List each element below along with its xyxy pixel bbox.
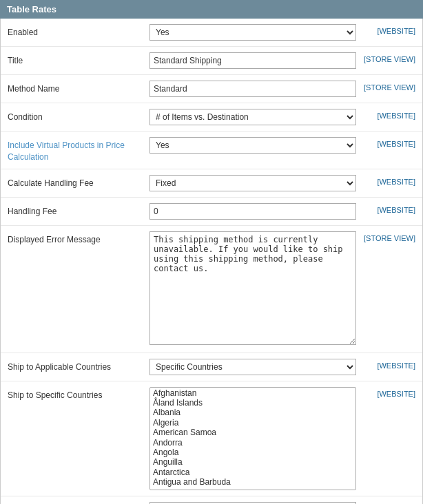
- control-calc-handling: Fixed Percent: [145, 175, 360, 191]
- control-include-virtual: Yes No: [145, 137, 360, 154]
- scope-condition: [WEBSITE]: [360, 109, 415, 120]
- label-error-message: Displayed Error Message: [8, 231, 145, 246]
- scope-error-message: [STORE VIEW]: [360, 231, 415, 242]
- label-ship-applicable: Ship to Applicable Countries: [8, 359, 145, 373]
- label-show-method: Show Method if Not Applicable: [8, 502, 145, 504]
- row-error-message: Displayed Error Message This shipping me…: [1, 226, 422, 353]
- label-condition: Condition: [8, 109, 145, 123]
- input-title[interactable]: [149, 52, 356, 69]
- panel-body: Enabled Yes No [WEBSITE] Title [STORE VI…: [0, 19, 423, 504]
- row-calc-handling: Calculate Handling Fee Fixed Percent [WE…: [1, 169, 422, 198]
- select-ship-applicable[interactable]: All Allowed Countries Specific Countries: [149, 359, 356, 375]
- textarea-error-message[interactable]: This shipping method is currently unavai…: [149, 231, 356, 345]
- panel-header: Table Rates: [0, 0, 423, 19]
- scope-ship-specific: [WEBSITE]: [360, 387, 415, 398]
- scope-title: [STORE VIEW]: [360, 52, 415, 63]
- label-calc-handling: Calculate Handling Fee: [8, 175, 145, 189]
- row-title: Title [STORE VIEW]: [1, 47, 422, 75]
- label-method-name: Method Name: [8, 81, 145, 95]
- control-title: [145, 52, 360, 69]
- scope-calc-handling: [WEBSITE]: [360, 175, 415, 186]
- control-show-method: Yes No: [145, 502, 360, 504]
- select-calc-handling[interactable]: Fixed Percent: [149, 175, 356, 191]
- label-enabled: Enabled: [8, 24, 145, 39]
- label-include-virtual: Include Virtual Products in Price Calcul…: [8, 137, 145, 163]
- label-ship-specific: Ship to Specific Countries: [8, 387, 145, 401]
- row-ship-specific: Ship to Specific Countries AfghanistanÅl…: [1, 381, 422, 496]
- scope-method-name: [STORE VIEW]: [360, 81, 415, 92]
- label-handling-fee: Handling Fee: [8, 203, 145, 218]
- control-enabled: Yes No: [145, 24, 360, 41]
- scope-show-method: [WEBSITE]: [360, 502, 415, 504]
- control-method-name: [145, 81, 360, 97]
- panel-title: Table Rates: [7, 4, 56, 14]
- row-method-name: Method Name [STORE VIEW]: [1, 75, 422, 103]
- row-ship-applicable: Ship to Applicable Countries All Allowed…: [1, 353, 422, 381]
- control-error-message: This shipping method is currently unavai…: [145, 231, 360, 347]
- row-enabled: Enabled Yes No [WEBSITE]: [1, 19, 422, 47]
- scope-ship-applicable: [WEBSITE]: [360, 359, 415, 370]
- scope-enabled: [WEBSITE]: [360, 24, 415, 35]
- select-enabled[interactable]: Yes No: [149, 24, 356, 41]
- row-show-method: Show Method if Not Applicable Yes No [WE…: [1, 496, 422, 504]
- row-handling-fee: Handling Fee [WEBSITE]: [1, 198, 422, 226]
- select-include-virtual[interactable]: Yes No: [149, 137, 356, 154]
- select-condition[interactable]: # of Items vs. Destination Weight vs. De…: [149, 109, 356, 125]
- control-ship-specific: AfghanistanÅland IslandsAlbaniaAlgeriaAm…: [145, 387, 360, 490]
- input-handling-fee[interactable]: [149, 203, 356, 220]
- row-include-virtual: Include Virtual Products in Price Calcul…: [1, 132, 422, 169]
- input-method-name[interactable]: [149, 81, 356, 97]
- control-ship-applicable: All Allowed Countries Specific Countries: [145, 359, 360, 375]
- control-handling-fee: [145, 203, 360, 220]
- label-title: Title: [8, 52, 145, 67]
- select-show-method[interactable]: Yes No: [149, 502, 356, 504]
- row-condition: Condition # of Items vs. Destination Wei…: [1, 103, 422, 132]
- scope-include-virtual: [WEBSITE]: [360, 137, 415, 148]
- select-ship-specific[interactable]: AfghanistanÅland IslandsAlbaniaAlgeriaAm…: [149, 387, 356, 490]
- scope-handling-fee: [WEBSITE]: [360, 203, 415, 214]
- control-condition: # of Items vs. Destination Weight vs. De…: [145, 109, 360, 125]
